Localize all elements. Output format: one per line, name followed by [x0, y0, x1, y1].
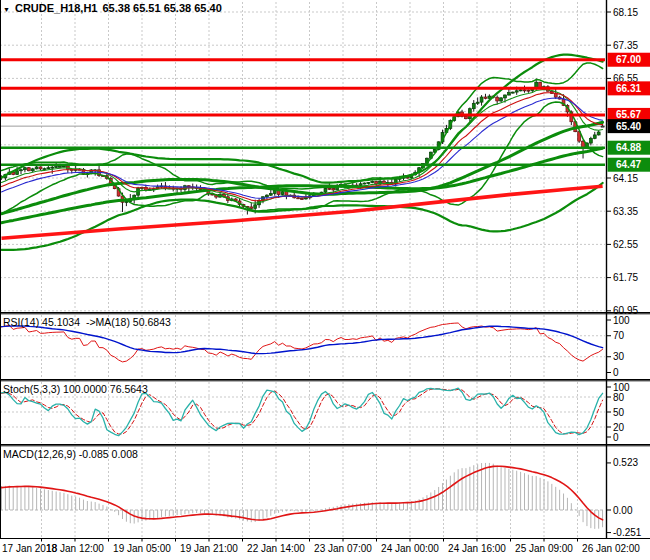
macd-tick-label: 0.00 — [613, 505, 633, 516]
svg-text:65.67: 65.67 — [616, 109, 641, 120]
time-axis-label: 19 Jan 05:00 — [113, 543, 171, 554]
current-price-badge: 65.40 — [608, 119, 650, 133]
svg-text:65.40: 65.40 — [616, 121, 641, 132]
rsi-line — [2, 323, 603, 362]
svg-text:66.31: 66.31 — [616, 83, 641, 94]
macd-layer — [2, 463, 603, 529]
time-axis-label: 26 Jan 02:00 — [582, 543, 640, 554]
rsi-layer — [2, 323, 603, 362]
svg-text:67.00: 67.00 — [616, 54, 641, 65]
resistance-price-badge: 67.00 — [608, 53, 650, 67]
svg-text:64.47: 64.47 — [616, 159, 641, 170]
time-axis-label: 25 Jan 09:00 — [515, 543, 573, 554]
macd-histogram — [2, 463, 603, 529]
time-axis-label: 19 Jan 21:00 — [180, 543, 238, 554]
price-tick-label: 61.75 — [613, 272, 638, 283]
price-tick-label: 68.15 — [613, 7, 638, 18]
rsi-tick-label: 100 — [613, 315, 630, 326]
chart-window: 68.1567.3566.5564.1563.3562.5561.7560.95… — [0, 0, 650, 560]
rsi-tick-label: 70 — [613, 330, 625, 341]
support-price-badge: 64.47 — [608, 158, 650, 172]
price-tick-label: 62.55 — [613, 239, 638, 250]
rsi-tick-label: 30 — [613, 351, 625, 362]
stoch-tick-label: 50 — [613, 407, 625, 418]
support-price-badge: 64.88 — [608, 141, 650, 155]
time-axis-label: 23 Jan 07:00 — [314, 543, 372, 554]
time-axis-label: 22 Jan 14:00 — [247, 543, 305, 554]
rsi-ma-line — [2, 326, 603, 354]
main-price-layer — [0, 55, 605, 250]
chart-canvas[interactable]: 68.1567.3566.5564.1563.3562.5561.7560.95… — [0, 0, 650, 560]
price-tick-label: 63.35 — [613, 206, 638, 217]
resistance-price-badge: 66.31 — [608, 81, 650, 95]
price-tick-label: 67.35 — [613, 40, 638, 51]
rsi-tick-label: 0 — [613, 367, 619, 378]
time-axis-label: 24 Jan 00:00 — [381, 543, 439, 554]
time-axis-label: 18 Jan 12:00 — [46, 543, 104, 554]
stoch-tick-label: 80 — [613, 392, 625, 403]
stoch-tick-label: 0 — [613, 432, 619, 443]
macd-tick-label: -0.251 — [613, 527, 642, 538]
svg-text:64.88: 64.88 — [616, 142, 641, 153]
grid-layer — [0, 2, 605, 537]
macd-tick-label: 0.523 — [613, 457, 638, 468]
price-tick-label: 64.15 — [613, 173, 638, 184]
time-axis-label: 24 Jan 16:00 — [448, 543, 506, 554]
